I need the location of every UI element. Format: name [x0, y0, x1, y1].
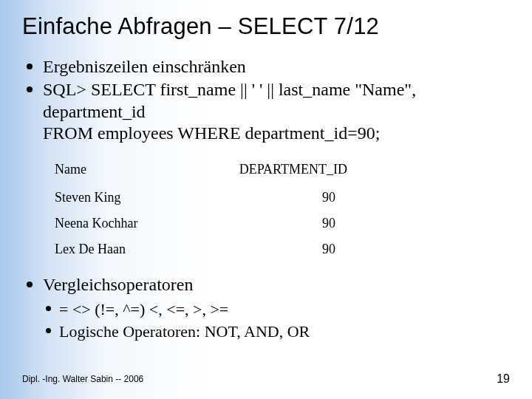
sub-bullet-list: = <> (!=, ^=) <, <=, >, >= Logische Oper… [43, 299, 510, 342]
col-header-dept: DEPARTMENT_ID [177, 159, 380, 185]
second-bullet-list: Vergleichsoperatoren = <> (!=, ^=) <, <=… [22, 274, 510, 343]
col-header-name: Name [55, 159, 177, 185]
bullet-restrict-rows: Ergebniszeilen einschränken [43, 56, 510, 78]
cell-dept: 90 [177, 236, 380, 262]
page-number: 19 [497, 372, 510, 386]
table-row: Steven King 90 [55, 185, 380, 211]
cell-name: Steven King [55, 185, 177, 211]
table-row: Lex De Haan 90 [55, 236, 380, 262]
bullet-sql-query: SQL> SELECT first_name || ' ' || last_na… [43, 79, 510, 144]
sql-line-2: department_id [43, 101, 510, 123]
sql-line-1: SQL> SELECT first_name || ' ' || last_na… [43, 79, 510, 100]
cell-dept: 90 [177, 185, 380, 211]
table-row: Neena Kochhar 90 [55, 211, 380, 236]
cell-name: Neena Kochhar [55, 211, 177, 236]
sub-bullet-operators: = <> (!=, ^=) <, <=, >, >= [59, 299, 510, 321]
bullet-comparison-ops: Vergleichsoperatoren = <> (!=, ^=) <, <=… [43, 274, 510, 343]
slide-title: Einfache Abfragen – SELECT 7/12 [22, 13, 510, 40]
sql-line-3: FROM employees WHERE department_id=90; [43, 123, 510, 144]
main-bullet-list: Ergebniszeilen einschränken SQL> SELECT … [22, 56, 510, 144]
cell-name: Lex De Haan [55, 236, 177, 262]
sub-bullet-logical: Logische Operatoren: NOT, AND, OR [59, 321, 510, 343]
table-header-row: Name DEPARTMENT_ID [55, 159, 380, 185]
result-table: Name DEPARTMENT_ID Steven King 90 Neena … [55, 159, 380, 262]
bullet-comparison-label: Vergleichsoperatoren [43, 275, 193, 294]
cell-dept: 90 [177, 211, 380, 236]
footer-author: Dipl. -Ing. Walter Sabin -- 2006 [22, 374, 143, 384]
